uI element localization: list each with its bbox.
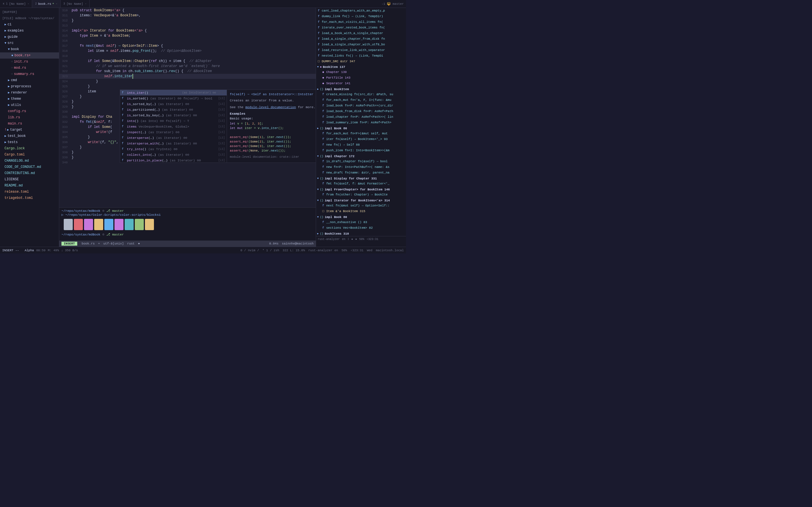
ac-fn-icon-4: f xyxy=(122,114,126,117)
bottom-mem: M: 49% xyxy=(48,249,59,252)
rp-iter: f iter fn(&self) → BookItems<'_> 93 xyxy=(320,136,406,142)
term-path-3: ~/repo/syntax/mdBook xyxy=(61,233,100,236)
rp-non-exhaustive: f __non_exhaustive () 83 xyxy=(320,219,406,225)
ac-source-11: [LS] xyxy=(217,153,225,156)
status-encoding: utf-8[unix] xyxy=(103,242,124,245)
sidebar-item-readme[interactable]: README.md xyxy=(0,182,59,189)
display-chapter-icon: ⟨⟩ xyxy=(320,177,323,180)
sidebar-item-theme[interactable]: ▶ theme xyxy=(0,96,59,102)
sidebar-item-coc[interactable]: CODE_OF_CONDUCT.md xyxy=(0,164,59,170)
rp-is-draft-text: is_draft_chapter fn(&self) → bool xyxy=(326,159,388,164)
sidebar-item-license[interactable]: LICENSE xyxy=(0,176,59,182)
sidebar-item-summary-rs[interactable]: ○ summary.rs xyxy=(0,71,59,77)
rp-from-text: from fn(other: Chapter) → BookIte xyxy=(326,192,388,197)
sidebar-item-changelog[interactable]: CHANGELOG.md xyxy=(0,158,59,164)
sidebar-item-config-rs[interactable]: config.rs xyxy=(0,108,59,114)
ac-item-7[interactable]: f inspect(…) (as Iterator) ⊙⊙ [LS] xyxy=(120,129,227,135)
ac-item-0[interactable]: f into_iter() (as IntoIterator) ⊙⊙ [LS] xyxy=(120,90,227,96)
sidebar-item-mod-rs[interactable]: ○ mod.rs xyxy=(0,65,59,71)
ln-327: 327 xyxy=(59,94,70,99)
triangle-from-chapter: ▼ xyxy=(317,188,319,191)
ln-335: 335 xyxy=(59,135,70,140)
sidebar-item-guide[interactable]: ▶ guide xyxy=(0,34,59,40)
sidebar-guide-label: guide xyxy=(8,34,18,40)
ac-item-9[interactable]: f intersperse_with(…) (as Iterator) ⊙⊙ [… xyxy=(120,140,227,146)
sidebar-item-lib-rs[interactable]: lib.rs xyxy=(0,114,59,121)
sidebar-item-tests[interactable]: ▶ tests xyxy=(0,139,59,145)
sidebar-item-cargo-toml[interactable]: Cargo.toml xyxy=(0,152,59,158)
sidebar-item-renderer[interactable]: ▶ renderer xyxy=(0,90,59,96)
sidebar-item-utils[interactable]: ▶ utils xyxy=(0,102,59,108)
rp-new-chapter: f new fn<P: Into<PathBuf>>( name: &s xyxy=(320,164,406,170)
rp-section-bookitems-310[interactable]: ▶ ⟨⟩ BookItems 310 xyxy=(316,231,406,236)
rp-section-impl-book[interactable]: ▶ ⟨⟩ impl Book 86 xyxy=(316,126,406,131)
tab-1-close[interactable]: - xyxy=(28,2,29,5)
ac-name-12: partition_in_place(…) (as Iterator) ⊙⊙ xyxy=(127,158,216,162)
ac-item-6[interactable]: f items VecDeque<BookItem, Global> [LS] xyxy=(120,124,227,129)
status-filetype: rust xyxy=(127,242,135,245)
sidebar-item-main-rs[interactable]: main.rs xyxy=(0,121,59,127)
tab-3-close[interactable]: - xyxy=(85,2,87,5)
ac-item-12[interactable]: f partition_in_place(…) (as Iterator) ⊙⊙… xyxy=(120,158,227,163)
rp-item-assoc: □ Item &'a BookItem 315 xyxy=(320,209,406,214)
tab-3[interactable]: 3 [No Name] - xyxy=(61,0,90,8)
rp-section-impl-bookitem[interactable]: ▶ ⟨⟩ impl BookItem xyxy=(316,87,406,92)
rp-fn-icon-fmt: f xyxy=(322,181,325,186)
tab-2-close[interactable]: - xyxy=(56,2,57,5)
rp-section-bookitem[interactable]: ▼ ● BookItem 137 xyxy=(316,65,406,69)
sidebar-item-init-rs[interactable]: ○ init.rs xyxy=(0,59,59,65)
bookitems-310-label: BookItems 310 xyxy=(325,232,349,235)
rp-section-display-chapter[interactable]: ▼ ⟨⟩ impl Display for Chapter 331 xyxy=(316,176,406,181)
rp-section-impl-book-80[interactable]: ▼ ⟨⟩ impl Book 80 xyxy=(316,215,406,219)
sidebar-item-preprocess[interactable]: ▶ preprocess xyxy=(0,83,59,90)
tab-2[interactable]: 2 book.rs + - xyxy=(32,0,60,8)
sidebar-item-contributing[interactable]: CONTRIBUTING.md xyxy=(0,170,59,176)
ac-name-3: is_partitioned(…) (as Iterator) ⊙⊙ xyxy=(127,108,216,112)
sidebar-item-examples[interactable]: ▶ examples xyxy=(0,27,59,34)
ac-item-2[interactable]: f is_sorted_by(…) (as Iterator) ⊙⊙ [LS] xyxy=(120,101,227,107)
tab-2-label: book.rs xyxy=(38,2,51,6)
ac-name-1: is_sorted() (as Iterator) ⊙⊙ fn(self) → … xyxy=(127,96,216,100)
sidebar-item-release-toml[interactable]: release.toml xyxy=(0,189,59,195)
code-line-321: 321 // if we wanted a breadth-first iter… xyxy=(59,64,316,69)
terminal-content: ~/repo/syntax/mdBook ⊙ ⎇ master ▷ ~/repo… xyxy=(59,208,316,240)
ac-item-8[interactable]: f intersperse(…) (as Iterator) ⊙⊙ [LS] xyxy=(120,135,227,140)
sidebar-item-src[interactable]: ▼ src xyxy=(0,40,59,46)
folder-icon-examples: ▶ xyxy=(4,28,6,34)
rp-cant-load-text: cant_load_chapters_with_an_empty_p xyxy=(322,8,385,13)
sidebar-utils-label: utils xyxy=(11,102,21,108)
sidebar-item-ci[interactable]: ▶ ci xyxy=(0,21,59,27)
autocomplete-list[interactable]: f into_iter() (as IntoIterator) ⊙⊙ [LS] … xyxy=(120,90,227,163)
code-line-313: 313 xyxy=(59,23,316,28)
ac-item-5[interactable]: f into() (as Into) ⊙⊙ fn(self) → T [LS] xyxy=(120,118,227,124)
sidebar-item-cargo-lock[interactable]: Cargo.lock xyxy=(0,145,59,152)
ac-fn-icon-10: f xyxy=(122,148,126,151)
iter-bookitems-label: impl Iterator for BookItems<'a> 314 xyxy=(325,199,390,202)
sidebar-item-test-book[interactable]: ▶ test_book xyxy=(0,133,59,139)
ac-fn-icon-8: f xyxy=(122,136,126,139)
ac-item-3[interactable]: f is_partitioned(…) (as Iterator) ⊙⊙ [LS… xyxy=(120,107,227,112)
code-line-314: 314 impl<'a> Iterator for BookItems<'a> … xyxy=(59,28,316,33)
tab-1[interactable]: κ 1 [No Name] - xyxy=(0,0,32,8)
sidebar-item-target[interactable]: ! ▶ target xyxy=(0,127,59,133)
rp-section-iter-bookitems[interactable]: ▼ ⟨⟩ impl Iterator for BookItems<'a> 314 xyxy=(316,198,406,203)
sidebar-item-book[interactable]: ▼ book xyxy=(0,46,59,52)
sidebar-item-cmd[interactable]: ▶ cmd xyxy=(0,77,59,83)
ac-item-11[interactable]: f collect_into(…) (as Iterator) ⊙⊙ [LS] xyxy=(120,152,227,158)
ac-source-7: [LS] xyxy=(217,131,225,134)
code-line-3 xyxy=(230,130,316,135)
tab-bar: κ 1 [No Name] - 2 book.rs + - 3 [No Name… xyxy=(0,0,406,8)
sidebar-item-book-rs[interactable]: ● book.rs+ xyxy=(0,52,59,59)
rp-next: f next fn(&mut self) → Option<Self:: xyxy=(320,203,406,209)
ac-fn-icon-11: f xyxy=(122,153,126,156)
rp-section-from-chapter[interactable]: ▼ ⟨⟩ impl From<Chapter> for BookItem 146 xyxy=(316,187,406,192)
ac-item-1[interactable]: f is_sorted() (as Iterator) ⊙⊙ fn(self) … xyxy=(120,96,227,101)
buffer-label: [BUFFER] xyxy=(0,9,59,15)
ln-330: 330 xyxy=(59,109,70,114)
sidebar-item-triagebot[interactable]: triagebot.toml xyxy=(0,195,59,201)
rp-fn-icon-new: f xyxy=(322,142,325,147)
rp-section-impl-chapter[interactable]: ▼ ⟨⟩ impl Chapter 172 xyxy=(316,154,406,159)
ac-item-10[interactable]: f try_into() (as TryInto) ⊙⊙ [LS] xyxy=(120,146,227,152)
detail-doc-link[interactable]: module-level documentation xyxy=(245,105,296,109)
ac-item-4[interactable]: f is_sorted_by_key(…) (as Iterator) ⊙⊙ [… xyxy=(120,112,227,118)
